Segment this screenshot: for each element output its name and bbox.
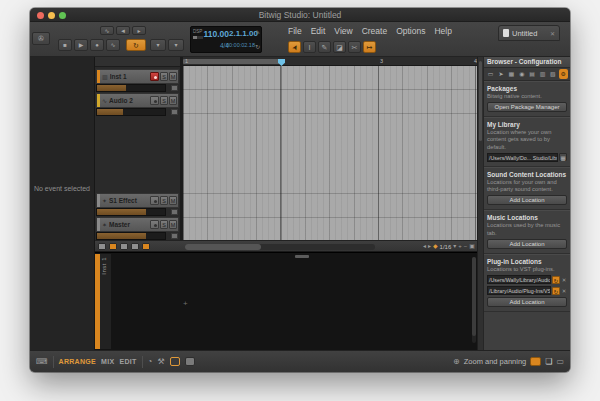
track-row-audio2[interactable]: ∿ Audio 2 S M	[96, 93, 179, 116]
menu-view[interactable]: View	[334, 26, 352, 36]
track-row-inst1[interactable]: ▥ Inst 1 S M	[96, 69, 179, 92]
loop-region[interactable]	[183, 59, 280, 64]
multisamples-tab-icon[interactable]: ◉	[517, 69, 526, 79]
presets-tab-icon[interactable]: ➤	[496, 69, 505, 79]
automation-follow-button[interactable]: ∿	[100, 26, 114, 35]
track-row-master[interactable]: ✶ Master S M	[96, 217, 179, 240]
track-row-s1effect[interactable]: ✦ S1 Effect S M	[96, 193, 179, 216]
shortcuts-panel-icon[interactable]: ⌨	[36, 357, 48, 366]
zoom-out-icon[interactable]: −	[464, 242, 468, 251]
grid-dropdown-icon[interactable]: ▾	[453, 242, 456, 251]
punch-in-button[interactable]: ◄	[116, 26, 130, 35]
editor-vertical-scrollbar[interactable]	[472, 257, 476, 343]
filter-instrument-tracks-button[interactable]	[98, 243, 106, 250]
snap-grid-icon[interactable]: ◆	[433, 242, 438, 251]
project-tab-close-icon[interactable]: ✕	[550, 30, 555, 37]
menu-create[interactable]: Create	[362, 26, 388, 36]
track-name[interactable]: Master	[109, 221, 150, 228]
edit-view-button[interactable]: EDIT	[119, 358, 136, 365]
browse-folder-icon[interactable]: ▦	[559, 153, 567, 161]
detail-editor-panel[interactable]: Inst 1 +	[95, 252, 477, 350]
add-sound-location-button[interactable]: Add Location	[487, 195, 567, 205]
track-name[interactable]: Inst 1	[110, 73, 150, 80]
record-arm-button[interactable]	[150, 72, 159, 81]
overdub-button[interactable]: ∿	[106, 39, 120, 51]
follow-playhead-button[interactable]: ▸	[132, 26, 146, 35]
loop-toggle-button[interactable]: ↻	[126, 39, 146, 51]
menu-file[interactable]: File	[288, 26, 302, 36]
volume-fader[interactable]	[96, 232, 166, 240]
solo-button[interactable]: S	[160, 72, 168, 81]
timeline-ruler[interactable]: 1 2 3 4	[183, 57, 477, 66]
music-tab-icon[interactable]: ▤	[528, 69, 537, 79]
arrange-view-button[interactable]: ARRANGE	[59, 358, 97, 365]
filter-master-track-button[interactable]	[142, 243, 150, 250]
menu-help[interactable]: Help	[434, 26, 451, 36]
rescan-plugins-icon[interactable]: ↻	[552, 287, 560, 295]
pointer-tool-button[interactable]: ➤	[288, 41, 301, 53]
plugin-path-entry[interactable]: /Library/Audio/Plug-Ins/VST	[487, 286, 551, 295]
mixer-panel-toggle[interactable]	[185, 357, 195, 366]
mute-button[interactable]: M	[169, 96, 177, 105]
time-select-tool-button[interactable]: I	[303, 41, 316, 53]
devices-tab-icon[interactable]: ▭	[486, 69, 495, 79]
mute-button[interactable]: M	[169, 72, 177, 81]
menu-edit[interactable]: Edit	[311, 26, 326, 36]
zoom-fit-icon[interactable]: ▣	[469, 242, 475, 251]
automation-panel-icon[interactable]: ◔	[148, 357, 153, 366]
arranger-timeline[interactable]: 1 2 3 4	[180, 57, 477, 240]
remove-path-icon[interactable]: ✕	[561, 288, 567, 294]
filter-audio-tracks-button[interactable]	[109, 243, 117, 250]
solo-button[interactable]: S	[160, 196, 168, 205]
editor-panel-toggle[interactable]	[170, 357, 180, 366]
open-package-manager-button[interactable]: Open Package Manager	[487, 102, 567, 112]
add-plugin-location-button[interactable]: Add Location	[487, 297, 567, 307]
plugin-path-entry[interactable]: /Users/Wally/Library/Audio/...	[487, 275, 551, 284]
record-arm-button[interactable]	[150, 96, 159, 105]
settings-tab-icon[interactable]: ⚙	[559, 69, 568, 79]
solo-button[interactable]: S	[160, 220, 168, 229]
files-tab-icon[interactable]: ▥	[538, 69, 547, 79]
splitter-scrollbar[interactable]	[479, 61, 482, 141]
snap-toggle-button[interactable]: ↦	[363, 41, 376, 53]
record-button[interactable]: ●	[90, 39, 104, 51]
zoom-in-icon[interactable]: +	[458, 242, 462, 251]
mute-button[interactable]: M	[169, 196, 177, 205]
transport-display[interactable]: DSP 110.00 4/4 2.1.1.00 00:00:02.18 ✎ ↻	[190, 26, 262, 53]
notes-panel-icon[interactable]: ❏	[545, 357, 552, 366]
bitwig-menu-button[interactable]: ✇	[32, 32, 50, 45]
display-profile-icon[interactable]: ▭	[556, 357, 564, 366]
metronome-button[interactable]: ▾	[150, 39, 166, 51]
pencil-tool-button[interactable]: ✎	[318, 41, 331, 53]
editor-resize-handle[interactable]	[295, 255, 309, 258]
packages-tab-icon[interactable]: ▧	[548, 69, 557, 79]
project-tab[interactable]: Untitled ✕	[498, 25, 560, 41]
browser-panel-toggle[interactable]	[530, 357, 541, 366]
mix-view-button[interactable]: MIX	[101, 358, 114, 365]
mute-button[interactable]: M	[169, 220, 177, 229]
rescan-plugins-icon[interactable]: ↻	[552, 276, 560, 284]
filter-effect-tracks-button[interactable]	[120, 243, 128, 250]
eraser-tool-button[interactable]: ◪	[333, 41, 346, 53]
stop-button[interactable]: ■	[58, 39, 72, 51]
record-arm-button[interactable]	[150, 196, 159, 205]
filter-group-tracks-button[interactable]	[131, 243, 139, 250]
samples-tab-icon[interactable]: ▦	[507, 69, 516, 79]
grid-value[interactable]: 1/16	[440, 244, 452, 250]
solo-button[interactable]: S	[160, 96, 168, 105]
playhead-marker[interactable]	[278, 59, 285, 66]
tempo-value[interactable]: 110.00	[203, 29, 229, 39]
knife-tool-button[interactable]: ✂	[348, 41, 361, 53]
quantize-menu-button[interactable]: ▾	[168, 39, 184, 51]
play-button[interactable]: ▶	[74, 39, 88, 51]
remove-path-icon[interactable]: ✕	[561, 277, 567, 283]
track-name[interactable]: Audio 2	[109, 97, 150, 104]
volume-fader[interactable]	[96, 108, 166, 116]
track-name[interactable]: S1 Effect	[109, 197, 150, 204]
scroll-right-icon[interactable]: ▸	[428, 242, 431, 251]
device-panel-icon[interactable]: ⚒	[157, 357, 164, 366]
library-path-field[interactable]: /Users/Wally/Do... Studio/Library	[487, 153, 558, 162]
scroll-left-icon[interactable]: ◂	[423, 242, 426, 251]
volume-fader[interactable]	[96, 208, 166, 216]
volume-fader[interactable]	[96, 84, 166, 92]
